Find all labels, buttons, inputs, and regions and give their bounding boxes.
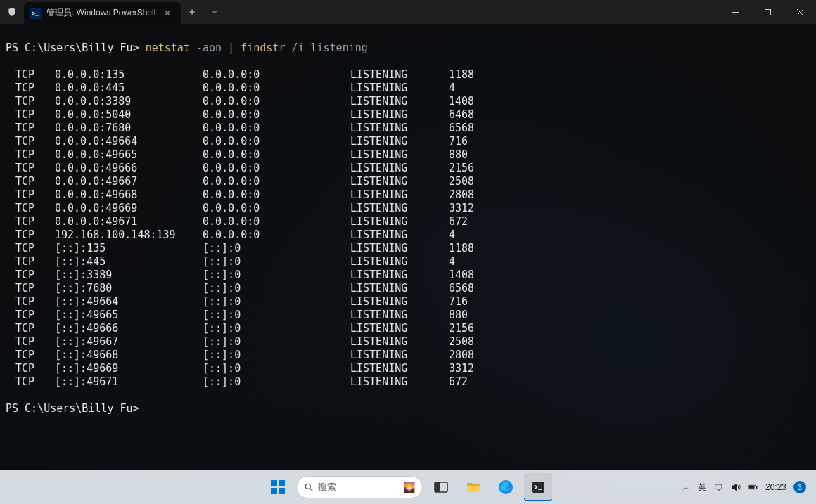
netstat-row: TCP0.0.0.0:4450.0.0.0:0LISTENING4 <box>6 82 810 95</box>
maximize-button[interactable] <box>751 0 784 24</box>
terminal-taskbar-button[interactable] <box>524 473 552 501</box>
netstat-row: TCP[::]:7680[::]:0LISTENING6568 <box>6 282 810 295</box>
netstat-row: TCP[::]:49669[::]:0LISTENING3312 <box>6 362 810 375</box>
powershell-icon: >_ <box>30 8 41 19</box>
netstat-row: TCP[::]:49671[::]:0LISTENING672 <box>6 375 810 389</box>
file-explorer-button[interactable] <box>459 473 487 501</box>
netstat-row: TCP[::]:49664[::]:0LISTENING716 <box>6 295 810 309</box>
svg-rect-13 <box>749 486 754 489</box>
minimize-button[interactable] <box>719 0 751 24</box>
netstat-row: TCP[::]:49665[::]:0LISTENING880 <box>6 309 810 322</box>
netstat-row: TCP[::]:49667[::]:0LISTENING2508 <box>6 335 810 349</box>
netstat-row: TCP192.168.100.148:1390.0.0.0:0LISTENING… <box>6 228 810 242</box>
network-icon[interactable] <box>713 482 725 493</box>
svg-rect-4 <box>279 488 285 494</box>
taskbar[interactable]: 搜索 🌄 ︿ 英 20:23 3 <box>0 470 816 504</box>
prompt-line-1: PS C:\Users\Billy Fu> netstat -aon | fin… <box>6 41 810 55</box>
system-tray[interactable] <box>713 482 758 493</box>
window-controls <box>719 0 816 24</box>
svg-rect-9 <box>532 482 544 493</box>
volume-icon[interactable] <box>730 482 741 493</box>
titlebar-drag-area[interactable] <box>226 0 719 24</box>
start-button[interactable] <box>264 473 292 501</box>
netstat-row: TCP0.0.0.0:496690.0.0.0:0LISTENING3312 <box>6 202 810 215</box>
clock[interactable]: 20:23 <box>765 482 786 492</box>
terminal-window: >_ 管理员: Windows PowerShell ✕ ＋ PS C:\Use… <box>0 0 816 470</box>
svg-rect-3 <box>271 488 277 494</box>
window-titlebar[interactable]: >_ 管理员: Windows PowerShell ✕ ＋ <box>0 0 816 24</box>
tray-chevron-icon[interactable]: ︿ <box>682 482 691 493</box>
netstat-row: TCP0.0.0.0:496640.0.0.0:0LISTENING716 <box>6 135 810 148</box>
prompt-line-2: PS C:\Users\Billy Fu> <box>6 402 810 415</box>
edge-browser-button[interactable] <box>492 473 520 501</box>
netstat-row: TCP[::]:49666[::]:0LISTENING2156 <box>6 322 810 335</box>
netstat-row: TCP0.0.0.0:496660.0.0.0:0LISTENING2156 <box>6 162 810 175</box>
netstat-row: TCP0.0.0.0:76800.0.0.0:0LISTENING6568 <box>6 122 810 135</box>
svg-rect-2 <box>279 480 285 486</box>
svg-rect-10 <box>715 484 722 489</box>
netstat-row: TCP[::]:445[::]:0LISTENING4 <box>6 255 810 269</box>
svg-rect-1 <box>271 480 277 486</box>
netstat-output: TCP0.0.0.0:1350.0.0.0:0LISTENING1188TCP0… <box>6 68 810 389</box>
notification-badge[interactable]: 3 <box>793 481 806 493</box>
netstat-row: TCP0.0.0.0:496670.0.0.0:0LISTENING2508 <box>6 175 810 188</box>
netstat-row: TCP0.0.0.0:33890.0.0.0:0LISTENING1408 <box>6 95 810 108</box>
taskbar-search[interactable]: 搜索 🌄 <box>296 476 423 498</box>
netstat-row: TCP0.0.0.0:496680.0.0.0:0LISTENING2808 <box>6 188 810 202</box>
admin-shield-icon <box>0 0 24 24</box>
search-icon <box>304 482 314 492</box>
tab-title: 管理员: Windows PowerShell <box>46 7 155 19</box>
battery-icon[interactable] <box>747 482 758 493</box>
netstat-row: TCP[::]:135[::]:0LISTENING1188 <box>6 242 810 255</box>
window-close-button[interactable] <box>784 0 816 24</box>
tab-close-button[interactable]: ✕ <box>161 7 174 20</box>
terminal-body[interactable]: PS C:\Users\Billy Fu> netstat -aon | fin… <box>0 24 816 470</box>
netstat-row: TCP0.0.0.0:496710.0.0.0:0LISTENING672 <box>6 215 810 228</box>
taskbar-right: ︿ 英 20:23 3 <box>682 481 816 493</box>
netstat-row: TCP0.0.0.0:1350.0.0.0:0LISTENING1188 <box>6 68 810 82</box>
task-view-button[interactable] <box>427 473 455 501</box>
svg-point-5 <box>305 484 310 489</box>
tab-powershell[interactable]: >_ 管理员: Windows PowerShell ✕ <box>24 2 181 24</box>
svg-rect-12 <box>756 486 757 489</box>
netstat-row: TCP0.0.0.0:496650.0.0.0:0LISTENING880 <box>6 148 810 162</box>
tab-dropdown-button[interactable] <box>203 0 226 24</box>
new-tab-button[interactable]: ＋ <box>181 0 203 24</box>
taskbar-center: 搜索 🌄 <box>264 473 552 501</box>
search-placeholder: 搜索 <box>318 481 336 493</box>
netstat-row: TCP[::]:49668[::]:0LISTENING2808 <box>6 349 810 362</box>
netstat-row: TCP[::]:3389[::]:0LISTENING1408 <box>6 269 810 282</box>
svg-rect-7 <box>435 482 440 492</box>
search-decoration-icon: 🌄 <box>403 482 415 493</box>
netstat-row: TCP0.0.0.0:50400.0.0.0:0LISTENING6468 <box>6 108 810 122</box>
svg-rect-0 <box>765 9 770 15</box>
ime-indicator[interactable]: 英 <box>698 482 706 493</box>
